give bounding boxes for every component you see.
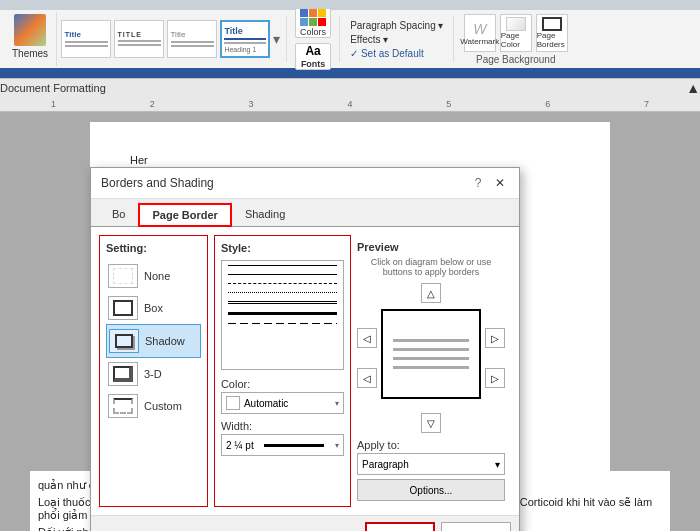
left-top-arrow[interactable]: ◁ <box>357 328 377 348</box>
thumb-3[interactable]: Title <box>167 20 217 58</box>
style-list[interactable] <box>221 260 344 370</box>
preview-line-2 <box>393 348 470 351</box>
width-select[interactable]: 2 ¼ pt ▾ <box>221 434 344 456</box>
apply-arrow: ▾ <box>495 459 500 470</box>
bottom-arrow[interactable]: ▽ <box>421 413 441 433</box>
thumb-4[interactable]: Title Heading 1 <box>220 20 270 58</box>
3d-icon <box>108 362 138 386</box>
fonts-icon: Aa <box>305 44 320 58</box>
apply-select[interactable]: Paragraph ▾ <box>357 453 505 475</box>
spacing-effects-group: Paragraph Spacing ▾ Effects ▾ ✓ Set as D… <box>342 12 451 66</box>
set-default-button[interactable]: ✓ Set as Default <box>350 48 443 59</box>
dialog-controls: ? ✕ <box>469 174 509 192</box>
colors-fonts-group: Colors Aa Fonts <box>289 12 337 66</box>
colors-label: Colors <box>300 27 326 37</box>
preview-box <box>381 309 481 399</box>
ok-button[interactable]: OK <box>365 522 435 531</box>
tab-borders[interactable]: Bo <box>99 203 138 226</box>
style-double[interactable] <box>222 297 343 308</box>
page-background-group: W Watermark Page Color Page Borders Page… <box>456 12 576 66</box>
color-row: Color: Automatic ▾ <box>221 378 344 414</box>
theme-thumbnails: Title TITLE Title Title <box>57 12 284 66</box>
options-button[interactable]: Options... <box>357 479 505 501</box>
color-select[interactable]: Automatic ▾ <box>221 392 344 414</box>
colors-button[interactable]: Colors <box>295 8 331 38</box>
cancel-button[interactable]: Cancel <box>441 522 511 531</box>
right-arrows: ▷ ▷ <box>485 328 505 388</box>
watermark-icon: W <box>473 21 486 37</box>
dialog-content: Setting: None Box <box>91 227 519 515</box>
preview-hint: Click on diagram below or use buttons to… <box>357 257 505 277</box>
ribbon-inner: Themes Title TITLE Title <box>0 10 700 68</box>
apply-value: Paragraph <box>362 459 409 470</box>
fonts-button[interactable]: Aa Fonts <box>295 43 331 70</box>
themes-button[interactable]: Themes <box>12 14 48 59</box>
setting-3d[interactable]: 3-D <box>106 358 201 390</box>
page-color-button[interactable]: Page Color <box>500 14 532 52</box>
set-default-label: ✓ Set as Default <box>350 48 424 59</box>
effects-button[interactable]: Effects ▾ <box>350 34 443 45</box>
dialog-title: Borders and Shading <box>101 176 214 190</box>
page-background-label: Page Background <box>476 54 556 65</box>
style-panel: Style: <box>214 235 351 507</box>
style-solid2[interactable] <box>222 270 343 279</box>
box-icon <box>108 296 138 320</box>
width-arrow: ▾ <box>335 441 339 450</box>
ruler: 1234567 <box>0 96 700 112</box>
shadow-icon <box>109 329 139 353</box>
preview-panel: Preview Click on diagram below or use bu… <box>351 235 511 507</box>
dialog-close-button[interactable]: ✕ <box>491 174 509 192</box>
watermark-button[interactable]: W Watermark <box>464 14 496 52</box>
page-borders-button[interactable]: Page Borders <box>536 14 568 52</box>
top-arrow[interactable]: △ <box>421 283 441 303</box>
color-swatch <box>226 396 240 410</box>
setting-none[interactable]: None <box>106 260 201 292</box>
page-borders-icon <box>542 17 562 31</box>
none-label: None <box>144 270 170 282</box>
doc-body: Her ĐỊA Mụ Trên Borders and Shading ? ✕ … <box>0 112 700 531</box>
setting-box[interactable]: Box <box>106 292 201 324</box>
color-label: Color: <box>221 378 344 390</box>
setting-shadow[interactable]: Shadow <box>106 324 201 358</box>
left-bottom-arrow[interactable]: ◁ <box>357 368 377 388</box>
setting-label: Setting: <box>106 242 201 254</box>
dialog-buttons: OK Cancel <box>91 515 519 531</box>
style-dashed[interactable] <box>222 279 343 288</box>
style-dotted[interactable] <box>222 288 343 297</box>
thumb-2[interactable]: TITLE <box>114 20 164 58</box>
3d-label: 3-D <box>144 368 162 380</box>
color-select-inner: Automatic ▾ <box>226 396 339 410</box>
tab-shading[interactable]: Shading <box>232 203 298 226</box>
collapse-arrow[interactable]: ▲ <box>686 80 700 96</box>
page-color-icon <box>506 17 526 31</box>
thumbs-arrow[interactable]: ▾ <box>273 31 280 47</box>
width-value: 2 ¼ pt <box>226 440 254 451</box>
dialog-tabs: Bo Page Border Shading <box>91 199 519 227</box>
divider-3 <box>453 16 454 62</box>
themes-group: Themes <box>4 12 57 66</box>
color-value: Automatic <box>244 398 288 409</box>
style-dash-dot[interactable] <box>222 319 343 328</box>
width-inner: 2 ¼ pt ▾ <box>226 440 339 451</box>
apply-to-row: Apply to: Paragraph ▾ <box>357 439 505 475</box>
custom-label: Custom <box>144 400 182 412</box>
style-solid[interactable] <box>222 261 343 270</box>
right-bottom-arrow[interactable]: ▷ <box>485 368 505 388</box>
width-line <box>264 444 324 447</box>
style-thick[interactable] <box>222 308 343 319</box>
tab-page-border[interactable]: Page Border <box>138 203 231 227</box>
borders-shading-dialog: Borders and Shading ? ✕ Bo Page Border S… <box>90 167 520 531</box>
shadow-label: Shadow <box>145 335 185 347</box>
width-row: Width: 2 ¼ pt ▾ <box>221 420 344 456</box>
setting-custom[interactable]: Custom <box>106 390 201 422</box>
divider-1 <box>286 16 287 62</box>
para-spacing-button[interactable]: Paragraph Spacing ▾ <box>350 20 443 31</box>
right-top-arrow[interactable]: ▷ <box>485 328 505 348</box>
watermark-label: Watermark <box>460 37 499 46</box>
dialog-help-button[interactable]: ? <box>469 174 487 192</box>
left-arrows: ◁ ◁ <box>357 328 377 388</box>
colors-icon <box>300 9 326 26</box>
preview-center: △ ▽ <box>381 283 481 433</box>
thumb-1[interactable]: Title <box>61 20 111 58</box>
themes-label: Themes <box>12 48 48 59</box>
